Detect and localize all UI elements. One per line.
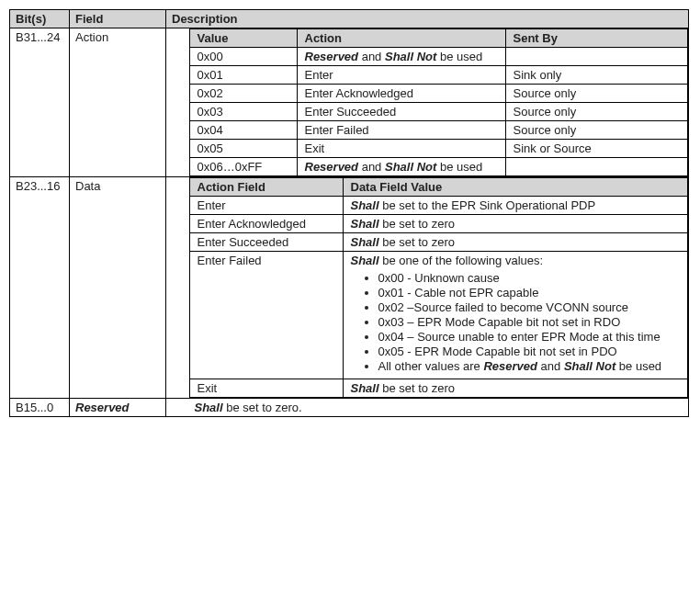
action-header-value: Value	[189, 29, 297, 48]
field-data: Data	[70, 177, 166, 399]
action-row: 0x00 Reserved and Shall Not be used	[189, 48, 688, 66]
action-row: 0x06…0xFF Reserved and Shall Not be used	[189, 158, 688, 176]
data-field-table: Action Field Data Field Value Enter Shal…	[189, 177, 689, 398]
header-bits: Bit(s)	[10, 10, 70, 28]
bit-field-table: Bit(s) Field Description B31...24 Action…	[9, 9, 689, 417]
action-row: 0x01 Enter Sink only	[189, 66, 688, 85]
header-row: Bit(s) Field Description	[10, 10, 689, 28]
action-row: 0x02 Enter Acknowledged Source only	[189, 85, 688, 103]
field-reserved: Reserved	[70, 399, 166, 417]
action-values-table: Value Action Sent By 0x00 Reserved and S…	[189, 28, 689, 176]
data-row: Enter Succeeded Shall be set to zero	[189, 233, 688, 252]
list-item: 0x02 –Source failed to become VCONN sour…	[378, 300, 681, 314]
bits-action: B31...24	[10, 28, 70, 177]
data-header-actionfield: Action Field	[189, 178, 343, 197]
bits-reserved: B15...0	[10, 399, 70, 417]
data-row: Enter Acknowledged Shall be set to zero	[189, 215, 688, 233]
data-header-datafield: Data Field Value	[343, 178, 688, 197]
data-row: Enter Shall be set to the EPR Sink Opera…	[189, 197, 688, 215]
list-item: 0x05 - EPR Mode Capable bit not set in P…	[378, 345, 681, 358]
row-reserved: B15...0 Reserved Shall be set to zero.	[10, 399, 689, 417]
data-row: Exit Shall be set to zero	[189, 379, 688, 398]
list-item: 0x01 - Cable not EPR capable	[378, 286, 681, 300]
action-header-action: Action	[297, 29, 505, 48]
list-item: 0x03 – EPR Mode Capable bit not set in R…	[378, 315, 681, 329]
row-action: B31...24 Action Value Action Sent By 0x0…	[10, 28, 689, 177]
list-item: 0x04 – Source unable to enter EPR Mode a…	[378, 330, 681, 344]
header-description: Description	[166, 10, 689, 28]
action-row: 0x05 Exit Sink or Source	[189, 140, 688, 158]
action-row: 0x03 Enter Succeeded Source only	[189, 103, 688, 121]
header-field: Field	[70, 10, 166, 28]
action-header-sentby: Sent By	[505, 29, 688, 48]
data-row: Enter Failed Shall be one of the followi…	[189, 252, 688, 379]
row-data: B23...16 Data Action Field Data Field Va…	[10, 177, 689, 399]
enter-failed-values: 0x00 - Unknown cause 0x01 - Cable not EP…	[378, 271, 681, 373]
list-item: All other values are Reserved and Shall …	[378, 359, 681, 373]
field-action: Action	[70, 28, 166, 177]
action-row: 0x04 Enter Failed Source only	[189, 121, 688, 140]
bits-data: B23...16	[10, 177, 70, 399]
list-item: 0x00 - Unknown cause	[378, 271, 681, 285]
